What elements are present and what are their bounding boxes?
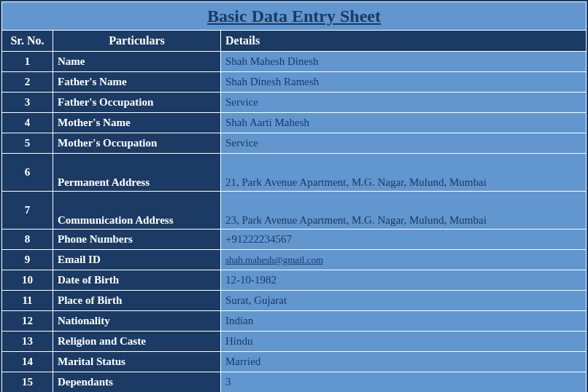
row-detail: 21, Park Avenue Apartment, M.G. Nagar, M… xyxy=(221,154,587,192)
table-row: 7Communication Address23, Park Avenue Ap… xyxy=(2,192,587,230)
row-particular: Date of Birth xyxy=(53,270,221,291)
row-detail: Hindu xyxy=(221,332,587,352)
row-detail: +91222234567 xyxy=(221,230,587,250)
row-particular: Nationality xyxy=(53,311,221,332)
row-detail: Surat, Gujarat xyxy=(221,291,587,311)
row-particular: Phone Numbers xyxy=(53,230,221,250)
table-row: 12NationalityIndian xyxy=(2,311,587,332)
table-row: 14Marital StatusMarried xyxy=(2,352,587,372)
data-entry-sheet: Basic Data Entry Sheet Sr. No. Particula… xyxy=(0,0,588,392)
row-srno: 8 xyxy=(2,230,53,250)
row-particular: Place of Birth xyxy=(53,291,221,311)
row-particular: Mother's Occupation xyxy=(53,133,221,154)
row-detail: shah.mahesh@gmail.com xyxy=(221,250,587,270)
row-detail: Indian xyxy=(221,311,587,332)
table-row: 1NameShah Mahesh Dinesh xyxy=(2,52,587,72)
row-srno: 1 xyxy=(2,52,53,72)
row-particular: Email ID xyxy=(53,250,221,270)
row-srno: 10 xyxy=(2,270,53,291)
col-header-details: Details xyxy=(221,31,587,52)
col-header-srno: Sr. No. xyxy=(2,31,53,52)
row-detail: Service xyxy=(221,93,587,113)
row-particular: Communication Address xyxy=(53,192,221,230)
row-detail: Married xyxy=(221,352,587,372)
row-particular: Mother's Name xyxy=(53,113,221,133)
table-row: 10Date of Birth12-10-1982 xyxy=(2,270,587,291)
header-row: Sr. No. Particulars Details xyxy=(2,31,587,52)
row-detail: 3 xyxy=(221,372,587,393)
row-srno: 5 xyxy=(2,133,53,154)
row-particular: Marital Status xyxy=(53,352,221,372)
row-particular: Permanent Address xyxy=(53,154,221,192)
row-particular: Religion and Caste xyxy=(53,332,221,352)
sheet-title: Basic Data Entry Sheet xyxy=(2,2,587,31)
row-srno: 9 xyxy=(2,250,53,270)
data-table: Basic Data Entry Sheet Sr. No. Particula… xyxy=(1,1,587,392)
row-particular: Name xyxy=(53,52,221,72)
table-row: 15Dependants3 xyxy=(2,372,587,393)
row-srno: 14 xyxy=(2,352,53,372)
row-detail: 23, Park Avenue Apartment, M.G. Nagar, M… xyxy=(221,192,587,230)
table-row: 2Father's NameShah Dinesh Ramesh xyxy=(2,72,587,93)
row-srno: 6 xyxy=(2,154,53,192)
row-srno: 3 xyxy=(2,93,53,113)
table-row: 13Religion and CasteHindu xyxy=(2,332,587,352)
table-row: 5Mother's OccupationService xyxy=(2,133,587,154)
row-detail: Shah Mahesh Dinesh xyxy=(221,52,587,72)
row-srno: 4 xyxy=(2,113,53,133)
row-detail: Service xyxy=(221,133,587,154)
row-srno: 15 xyxy=(2,372,53,393)
row-srno: 11 xyxy=(2,291,53,311)
title-row: Basic Data Entry Sheet xyxy=(2,2,587,31)
row-srno: 2 xyxy=(2,72,53,93)
table-row: 9Email IDshah.mahesh@gmail.com xyxy=(2,250,587,270)
row-srno: 7 xyxy=(2,192,53,230)
row-srno: 12 xyxy=(2,311,53,332)
table-row: 6Permanent Address21, Park Avenue Apartm… xyxy=(2,154,587,192)
row-particular: Father's Occupation xyxy=(53,93,221,113)
row-srno: 13 xyxy=(2,332,53,352)
table-row: 8Phone Numbers+91222234567 xyxy=(2,230,587,250)
row-detail: Shah Dinesh Ramesh xyxy=(221,72,587,93)
row-detail: 12-10-1982 xyxy=(221,270,587,291)
col-header-particulars: Particulars xyxy=(53,31,221,52)
row-particular: Father's Name xyxy=(53,72,221,93)
table-row: 11Place of BirthSurat, Gujarat xyxy=(2,291,587,311)
email-link[interactable]: shah.mahesh@gmail.com xyxy=(225,254,323,265)
row-detail: Shah Aarti Mahesh xyxy=(221,113,587,133)
table-row: 3Father's OccupationService xyxy=(2,93,587,113)
table-row: 4Mother's NameShah Aarti Mahesh xyxy=(2,113,587,133)
row-particular: Dependants xyxy=(53,372,221,393)
